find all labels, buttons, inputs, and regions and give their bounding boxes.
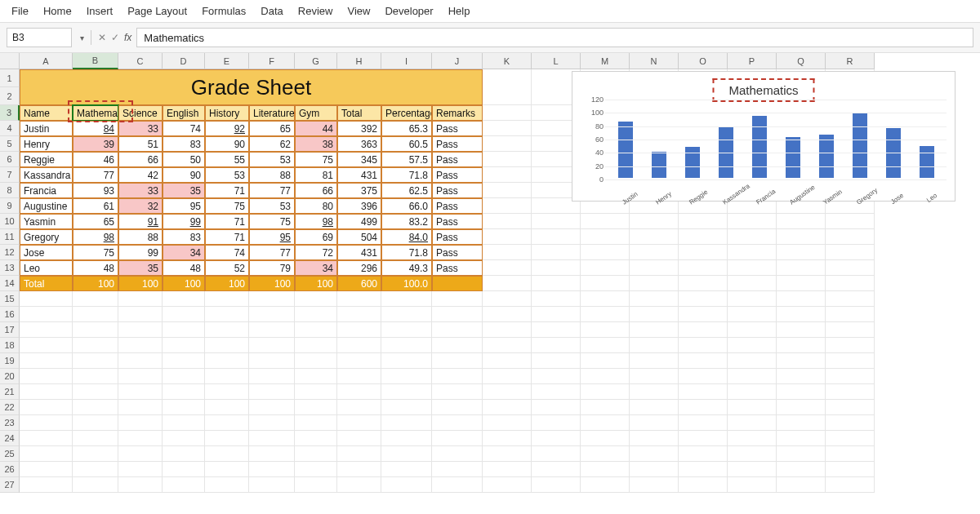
cell-score[interactable]: 34 xyxy=(295,260,337,276)
cell-total-val[interactable]: 100 xyxy=(163,276,205,291)
bar-leo[interactable] xyxy=(920,146,934,178)
cell-empty[interactable] xyxy=(432,353,483,369)
cell-empty[interactable] xyxy=(20,415,73,431)
cell-total-val[interactable]: 100 xyxy=(118,276,163,291)
cell-score[interactable]: 51 xyxy=(118,136,163,152)
cell-score[interactable]: 62 xyxy=(249,136,295,152)
header-percentage[interactable]: Percentage xyxy=(381,105,432,121)
cell-score[interactable]: 77 xyxy=(249,245,295,260)
cell-name[interactable]: Justin xyxy=(20,121,73,136)
cell-empty[interactable] xyxy=(777,415,826,431)
cell-empty[interactable] xyxy=(826,245,875,260)
cell-empty[interactable] xyxy=(73,322,118,338)
cell-empty[interactable] xyxy=(630,415,679,431)
cell-empty[interactable] xyxy=(679,400,728,415)
cell-total-val[interactable]: 100 xyxy=(205,276,249,291)
cell-empty[interactable] xyxy=(295,446,337,462)
cell-empty[interactable] xyxy=(163,431,205,446)
cell-empty[interactable] xyxy=(532,291,581,307)
cell-empty[interactable] xyxy=(532,307,581,322)
cell-empty[interactable] xyxy=(73,400,118,415)
bar-henry[interactable] xyxy=(652,152,666,178)
cell-score[interactable]: 98 xyxy=(73,229,118,245)
row-header-5[interactable]: 5 xyxy=(0,136,20,152)
cell-empty[interactable] xyxy=(630,369,679,384)
cell-empty[interactable] xyxy=(532,462,581,477)
cell-score[interactable]: 77 xyxy=(73,167,118,183)
cell-empty[interactable] xyxy=(432,384,483,400)
row-header-22[interactable]: 22 xyxy=(0,400,20,415)
cell-empty[interactable] xyxy=(483,307,532,322)
row-header-1[interactable]: 1 xyxy=(0,69,20,87)
cell-score[interactable]: 92 xyxy=(205,121,249,136)
row-header-3[interactable]: 3 xyxy=(0,105,20,121)
cell-empty[interactable] xyxy=(381,384,432,400)
cell-total[interactable]: 392 xyxy=(337,121,381,136)
bar-augustine[interactable] xyxy=(786,137,800,178)
cell-empty[interactable] xyxy=(826,214,875,229)
cell-empty[interactable] xyxy=(483,291,532,307)
cell-score[interactable]: 66 xyxy=(118,152,163,167)
cell-empty[interactable] xyxy=(826,322,875,338)
cell-empty[interactable] xyxy=(20,338,73,353)
cell-empty[interactable] xyxy=(728,338,777,353)
cell-empty[interactable] xyxy=(73,446,118,462)
header-science[interactable]: Science xyxy=(118,105,163,121)
cell-empty[interactable] xyxy=(679,369,728,384)
cell-empty[interactable] xyxy=(679,322,728,338)
cell-empty[interactable] xyxy=(630,307,679,322)
ribbon-tab-page-layout[interactable]: Page Layout xyxy=(127,5,187,17)
cell-score[interactable]: 79 xyxy=(249,260,295,276)
cell-empty[interactable] xyxy=(20,462,73,477)
cell-empty[interactable] xyxy=(73,431,118,446)
cell-score[interactable]: 38 xyxy=(295,136,337,152)
cell-empty[interactable] xyxy=(483,105,532,121)
column-header-B[interactable]: B xyxy=(73,53,118,69)
cell-empty[interactable] xyxy=(337,291,381,307)
cell-score[interactable]: 50 xyxy=(163,152,205,167)
title-cell[interactable]: Grade Sheet xyxy=(20,69,483,105)
cell-score[interactable]: 90 xyxy=(163,167,205,183)
cell-empty[interactable] xyxy=(205,400,249,415)
column-header-A[interactable]: A xyxy=(20,53,73,69)
cell-score[interactable]: 65 xyxy=(73,214,118,229)
cell-empty[interactable] xyxy=(73,415,118,431)
cell-empty[interactable] xyxy=(728,415,777,431)
cell-empty[interactable] xyxy=(337,415,381,431)
row-header-8[interactable]: 8 xyxy=(0,183,20,198)
cell-empty[interactable] xyxy=(118,400,163,415)
cell-score[interactable]: 48 xyxy=(163,260,205,276)
cell-remarks[interactable]: Pass xyxy=(432,136,483,152)
cell-empty[interactable] xyxy=(679,384,728,400)
cell-score[interactable]: 32 xyxy=(118,198,163,214)
row-header-10[interactable]: 10 xyxy=(0,214,20,229)
cell-empty[interactable] xyxy=(581,477,630,493)
cell-empty[interactable] xyxy=(483,431,532,446)
cell-remarks[interactable]: Pass xyxy=(432,167,483,183)
cell-empty[interactable] xyxy=(679,245,728,260)
row-header-19[interactable]: 19 xyxy=(0,353,20,369)
cell-empty[interactable] xyxy=(381,431,432,446)
cell-empty[interactable] xyxy=(483,477,532,493)
cell-total[interactable]: 431 xyxy=(337,245,381,260)
cell-empty[interactable] xyxy=(581,276,630,291)
cell-empty[interactable] xyxy=(532,260,581,276)
cell-score[interactable]: 74 xyxy=(163,121,205,136)
cell-empty[interactable] xyxy=(118,446,163,462)
cell-empty[interactable] xyxy=(432,431,483,446)
cell-empty[interactable] xyxy=(295,307,337,322)
cell-empty[interactable] xyxy=(532,322,581,338)
cell-empty[interactable] xyxy=(381,338,432,353)
cell-empty[interactable] xyxy=(826,415,875,431)
cell-empty[interactable] xyxy=(581,384,630,400)
cell-empty[interactable] xyxy=(728,322,777,338)
cell-total-val[interactable]: 100 xyxy=(73,276,118,291)
cell-total[interactable]: 345 xyxy=(337,152,381,167)
column-header-G[interactable]: G xyxy=(295,53,337,69)
cell-empty[interactable] xyxy=(483,353,532,369)
header-mathematics[interactable]: Mathematics xyxy=(73,105,118,121)
cell-name[interactable]: Henry xyxy=(20,136,73,152)
cell-score[interactable]: 83 xyxy=(163,136,205,152)
cell-percentage[interactable]: 57.5 xyxy=(381,152,432,167)
cell-score[interactable]: 93 xyxy=(73,183,118,198)
